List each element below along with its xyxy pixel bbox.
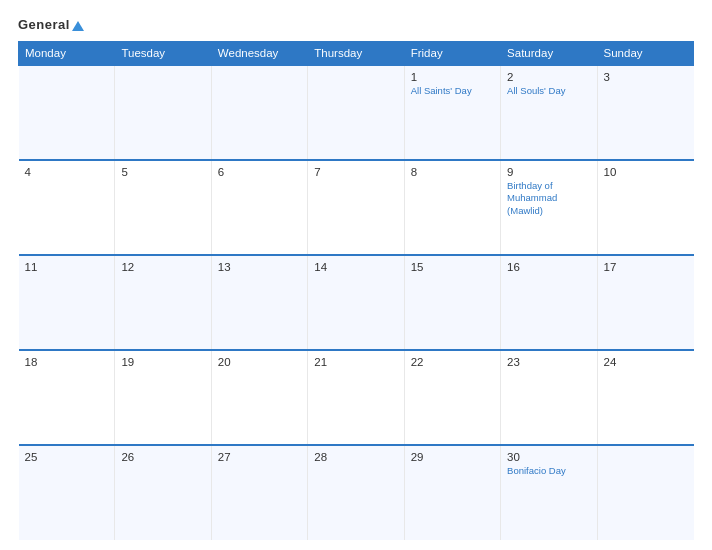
day-number: 9 (507, 166, 590, 178)
page: General MondayTuesdayWednesdayThursdayFr… (0, 0, 712, 550)
day-number: 24 (604, 356, 688, 368)
day-number: 27 (218, 451, 301, 463)
calendar-day-cell: 26 (115, 445, 211, 540)
day-number: 4 (25, 166, 109, 178)
day-number: 10 (604, 166, 688, 178)
day-number: 16 (507, 261, 590, 273)
day-number: 28 (314, 451, 397, 463)
logo-general-text: General (18, 18, 84, 31)
calendar-day-cell: 17 (597, 255, 693, 350)
calendar-table: MondayTuesdayWednesdayThursdayFridaySatu… (18, 41, 694, 540)
calendar-week-row: 1All Saints' Day2All Souls' Day3 (19, 65, 694, 160)
weekday-header-cell: Monday (19, 42, 115, 66)
weekday-header-row: MondayTuesdayWednesdayThursdayFridaySatu… (19, 42, 694, 66)
calendar-week-row: 18192021222324 (19, 350, 694, 445)
calendar-day-cell: 4 (19, 160, 115, 255)
calendar-week-row: 252627282930Bonifacio Day (19, 445, 694, 540)
day-number: 12 (121, 261, 204, 273)
day-number: 7 (314, 166, 397, 178)
day-number: 26 (121, 451, 204, 463)
header: General (18, 18, 694, 31)
weekday-header-cell: Sunday (597, 42, 693, 66)
calendar-body: 1All Saints' Day2All Souls' Day3456789Bi… (19, 65, 694, 540)
calendar-day-cell: 7 (308, 160, 404, 255)
calendar-week-row: 11121314151617 (19, 255, 694, 350)
day-number: 3 (604, 71, 688, 83)
day-number: 22 (411, 356, 494, 368)
day-number: 2 (507, 71, 590, 83)
day-number: 17 (604, 261, 688, 273)
day-number: 30 (507, 451, 590, 463)
calendar-day-cell: 13 (211, 255, 307, 350)
holiday-label: All Souls' Day (507, 85, 590, 97)
calendar-day-cell: 19 (115, 350, 211, 445)
calendar-day-cell: 1All Saints' Day (404, 65, 500, 160)
calendar-day-cell: 8 (404, 160, 500, 255)
calendar-day-cell: 9Birthday of Muhammad (Mawlid) (501, 160, 597, 255)
calendar-day-cell (211, 65, 307, 160)
day-number: 14 (314, 261, 397, 273)
day-number: 29 (411, 451, 494, 463)
calendar-day-cell: 14 (308, 255, 404, 350)
weekday-header-cell: Wednesday (211, 42, 307, 66)
day-number: 11 (25, 261, 109, 273)
calendar-week-row: 456789Birthday of Muhammad (Mawlid)10 (19, 160, 694, 255)
calendar-day-cell: 18 (19, 350, 115, 445)
logo-triangle-icon (72, 21, 84, 31)
calendar-day-cell: 22 (404, 350, 500, 445)
calendar-day-cell: 3 (597, 65, 693, 160)
calendar-day-cell: 27 (211, 445, 307, 540)
day-number: 23 (507, 356, 590, 368)
calendar-day-cell: 20 (211, 350, 307, 445)
calendar-day-cell: 11 (19, 255, 115, 350)
day-number: 8 (411, 166, 494, 178)
day-number: 20 (218, 356, 301, 368)
day-number: 6 (218, 166, 301, 178)
day-number: 25 (25, 451, 109, 463)
calendar-day-cell (19, 65, 115, 160)
day-number: 5 (121, 166, 204, 178)
calendar-day-cell: 28 (308, 445, 404, 540)
day-number: 18 (25, 356, 109, 368)
calendar-day-cell: 23 (501, 350, 597, 445)
calendar-day-cell: 30Bonifacio Day (501, 445, 597, 540)
day-number: 13 (218, 261, 301, 273)
calendar-day-cell: 2All Souls' Day (501, 65, 597, 160)
calendar-day-cell: 16 (501, 255, 597, 350)
calendar-day-cell: 6 (211, 160, 307, 255)
holiday-label: All Saints' Day (411, 85, 494, 97)
calendar: MondayTuesdayWednesdayThursdayFridaySatu… (18, 41, 694, 540)
weekday-header-cell: Saturday (501, 42, 597, 66)
day-number: 21 (314, 356, 397, 368)
calendar-day-cell: 21 (308, 350, 404, 445)
calendar-day-cell (115, 65, 211, 160)
holiday-label: Birthday of Muhammad (Mawlid) (507, 180, 590, 217)
weekday-header-cell: Tuesday (115, 42, 211, 66)
holiday-label: Bonifacio Day (507, 465, 590, 477)
day-number: 15 (411, 261, 494, 273)
calendar-day-cell: 12 (115, 255, 211, 350)
calendar-day-cell (308, 65, 404, 160)
calendar-day-cell: 25 (19, 445, 115, 540)
calendar-header: MondayTuesdayWednesdayThursdayFridaySatu… (19, 42, 694, 66)
day-number: 19 (121, 356, 204, 368)
weekday-header-cell: Thursday (308, 42, 404, 66)
logo: General (18, 18, 84, 31)
calendar-day-cell: 5 (115, 160, 211, 255)
calendar-day-cell: 24 (597, 350, 693, 445)
day-number: 1 (411, 71, 494, 83)
calendar-day-cell: 10 (597, 160, 693, 255)
calendar-day-cell: 15 (404, 255, 500, 350)
weekday-header-cell: Friday (404, 42, 500, 66)
calendar-day-cell (597, 445, 693, 540)
calendar-day-cell: 29 (404, 445, 500, 540)
